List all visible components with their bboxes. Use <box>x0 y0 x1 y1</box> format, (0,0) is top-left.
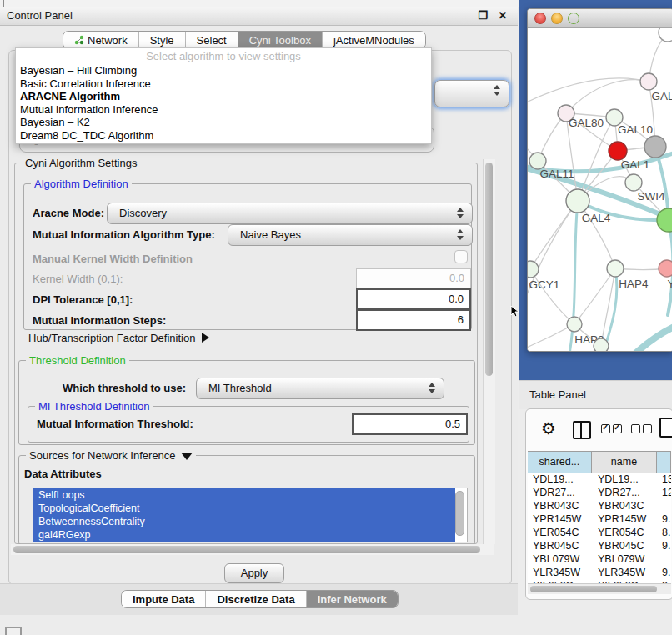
table-row[interactable]: YBL079WYBL079W <box>528 552 671 566</box>
list-scrollbar[interactable] <box>455 491 464 536</box>
document-icon[interactable] <box>659 418 672 438</box>
dock-mini-icon[interactable] <box>5 627 22 635</box>
network-window: GALGAL80GAL10GAL1GAL11SWI4GAL4GCY1HAP4YH… <box>527 8 672 352</box>
inference-algorithm-combo-fragment[interactable] <box>434 80 509 108</box>
manual-kernel-checkbox[interactable] <box>454 250 468 263</box>
settings-vertical-scrollbar[interactable] <box>483 159 495 544</box>
tab-jactivemnodules[interactable]: jActiveMNodules <box>322 32 425 48</box>
scroll-thumb[interactable] <box>485 162 493 376</box>
dropdown-item-mutual-information-inference[interactable]: Mutual Information Inference <box>16 103 431 117</box>
network-node-gal[interactable] <box>640 73 657 90</box>
column-header-name[interactable]: name <box>592 452 658 473</box>
table-panel: ⚙ shared...name YDL19...YDL19...13YDR27.… <box>525 408 672 600</box>
cell: 12 <box>659 486 671 499</box>
checkbox-checked-icon[interactable] <box>613 424 622 433</box>
table-row[interactable]: YPR145WYPR145W9. <box>528 512 671 526</box>
scroll-thumb[interactable] <box>530 586 657 592</box>
tab-jactivemnodules-label: jActiveMNodules <box>333 34 414 47</box>
bottom-tab-impute-data-label: Impute Data <box>133 593 194 606</box>
mi-type-combo[interactable]: Naive Bayes <box>228 224 473 246</box>
network-node[interactable] <box>659 28 672 42</box>
attribute-item-gal4rgexp[interactable]: gal4RGexp <box>33 528 455 542</box>
bottom-tabbar: Impute DataDiscretize DataInfer Network <box>121 590 399 608</box>
network-edge[interactable] <box>603 268 617 351</box>
scroll-thumb[interactable] <box>13 546 480 553</box>
dropdown-item-basic-correlation-inference[interactable]: Basic Correlation Inference <box>16 78 431 91</box>
column-header-extra[interactable] <box>657 452 671 473</box>
network-node-gcy1[interactable] <box>528 261 539 278</box>
network-node-hap4[interactable] <box>607 260 624 277</box>
collapse-down-icon[interactable] <box>181 452 193 460</box>
kernel-width-label: Kernel Width (0,1): <box>33 272 123 285</box>
cell: YDR27... <box>593 486 659 499</box>
table-row[interactable]: YLR345WYLR345W9. <box>528 566 671 579</box>
network-node[interactable] <box>644 136 666 158</box>
mi-threshold-field[interactable]: 0.5 <box>352 413 468 435</box>
node-label-y: Y <box>667 278 672 290</box>
which-threshold-combo[interactable]: MI Threshold <box>196 378 444 399</box>
network-canvas[interactable]: GALGAL80GAL10GAL1GAL11SWI4GAL4GCY1HAP4YH… <box>528 28 672 351</box>
tab-network[interactable]: Network <box>63 32 138 48</box>
network-node[interactable] <box>594 338 609 351</box>
algorithm-definition-title: Algorithm Definition <box>31 178 132 190</box>
cell: YBR043C <box>593 499 659 512</box>
network-node-y[interactable] <box>659 260 672 277</box>
apply-button[interactable]: Apply <box>224 563 284 583</box>
zoom-traffic-light-icon[interactable] <box>568 12 579 24</box>
tab-select[interactable]: Select <box>185 32 238 48</box>
table-row[interactable]: YDL19...YDL19...13 <box>528 472 671 486</box>
network-edge[interactable] <box>530 269 574 324</box>
bottom-tab-discretize-data[interactable]: Discretize Data <box>205 591 305 608</box>
bottom-tab-infer-network[interactable]: Infer Network <box>306 591 398 608</box>
network-node-hap2[interactable] <box>567 317 582 332</box>
network-edge[interactable] <box>574 268 615 324</box>
checkbox-unchecked-icon[interactable] <box>631 424 640 433</box>
gear-icon[interactable]: ⚙ <box>541 418 556 438</box>
network-node-gal1[interactable] <box>609 142 627 160</box>
tab-style[interactable]: Style <box>138 32 185 48</box>
network-node-swi4[interactable] <box>625 174 642 191</box>
dropdown-item-bayesian-k2[interactable]: Bayesian – K2 <box>16 116 431 129</box>
tab-cyni-toolbox[interactable]: Cyni Toolbox <box>238 32 322 48</box>
network-node-gal4[interactable] <box>566 189 589 212</box>
cell: YDL19... <box>593 472 659 486</box>
network-edge[interactable] <box>528 78 649 104</box>
checkbox-unchecked-icon[interactable] <box>643 424 652 433</box>
cell: YER054C <box>528 526 593 539</box>
kernel-width-field[interactable]: 0.0 <box>356 268 471 288</box>
network-icon <box>74 35 84 45</box>
dpi-tolerance-field[interactable]: 0.0 <box>356 288 471 310</box>
aracne-mode-label: Aracne Mode: <box>33 207 104 219</box>
close-window-icon[interactable]: ✕ <box>496 9 509 22</box>
settings-horizontal-scrollbar[interactable] <box>11 544 494 555</box>
attribute-item-topologicalcoefficient[interactable]: TopologicalCoefficient <box>33 502 455 515</box>
cell: YER054C <box>593 526 659 539</box>
attribute-item-betweennesscentrality[interactable]: BetweennessCentrality <box>33 515 455 528</box>
mi-steps-field[interactable]: 6 <box>356 309 471 331</box>
control-panel-window: Control Panel ❐ ✕ NetworkStyleSelectCyni… <box>0 7 518 614</box>
bottom-tab-impute-data[interactable]: Impute Data <box>122 591 205 608</box>
table-row[interactable]: YER054CYER054C8. <box>528 526 671 539</box>
float-window-icon[interactable]: ❐ <box>476 9 489 22</box>
minimize-traffic-light-icon[interactable] <box>551 12 563 24</box>
network-node-gal11[interactable] <box>529 152 546 169</box>
network-edge[interactable] <box>566 80 649 113</box>
close-traffic-light-icon[interactable] <box>534 12 546 24</box>
table-row[interactable]: YBR043CYBR043C <box>528 499 671 512</box>
table-row[interactable]: YBR045CYBR045C9. <box>528 539 671 552</box>
cell: YLR345W <box>528 566 593 579</box>
dropdown-item-dream8-dc-tdc-algorithm[interactable]: Dream8 DC_TDC Algorithm <box>16 129 431 142</box>
dropdown-item-bayesian-hill-climbing[interactable]: Bayesian – Hill Climbing <box>16 64 431 78</box>
expand-right-icon[interactable] <box>202 332 209 342</box>
data-attributes-list[interactable]: SelfLoopsTopologicalCoefficientBetweenne… <box>33 488 468 542</box>
aracne-mode-combo[interactable]: Discovery <box>107 202 473 224</box>
column-header-shared[interactable]: shared... <box>528 452 592 473</box>
attribute-item-selfloops[interactable]: SelfLoops <box>33 488 455 502</box>
table-horizontal-scrollbar[interactable] <box>528 583 671 594</box>
network-edge[interactable] <box>634 324 672 351</box>
columns-icon[interactable] <box>573 421 591 439</box>
table-row[interactable]: YDR27...YDR27...12 <box>528 486 671 499</box>
hub-definition-row[interactable]: Hub/Transcription Factor Definition <box>28 332 209 344</box>
dropdown-item-aracne-algorithm[interactable]: ARACNE Algorithm <box>16 90 431 103</box>
checkbox-checked-icon[interactable] <box>601 424 610 433</box>
